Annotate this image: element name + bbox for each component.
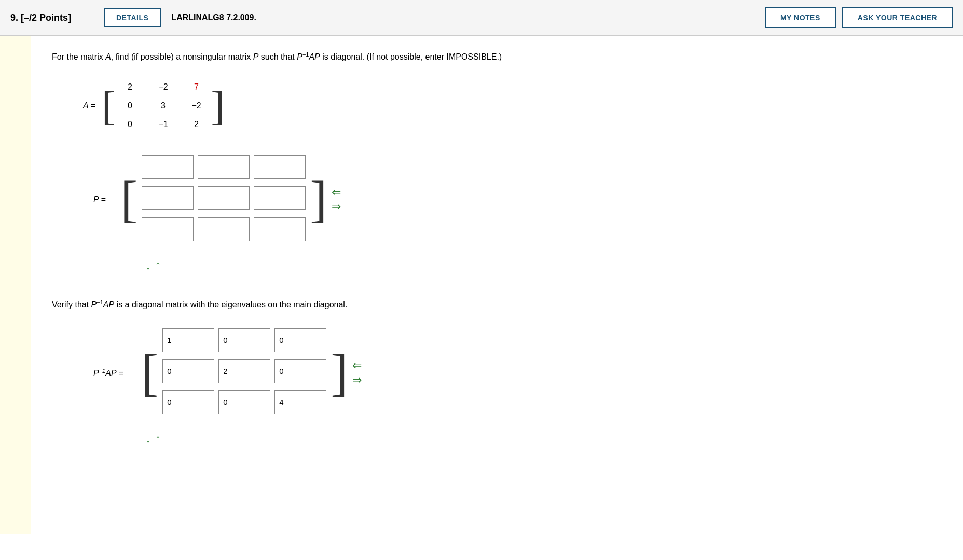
input-R-00[interactable] (162, 328, 214, 352)
details-button[interactable]: DETAILS (104, 8, 161, 27)
arrow-left-P[interactable]: ⇐ (332, 187, 341, 198)
verify-text: Verify that P−1AP is a diagonal matrix w… (52, 298, 942, 312)
main-content: For the matrix A, find (if possible) a n… (31, 36, 963, 534)
arrow-down-P[interactable]: ↓ (145, 259, 151, 272)
input-P-11[interactable] (198, 186, 250, 210)
question-label: 9. [–/2 Points] (10, 12, 93, 23)
input-R-11[interactable] (218, 359, 270, 383)
matrix-result-input-grid (158, 324, 331, 422)
cell-A-11: 3 (153, 101, 174, 110)
matrix-P-input-grid (137, 151, 310, 248)
arrows-right-P: ⇐ ⇒ (332, 187, 341, 213)
my-notes-button[interactable]: MY NOTES (765, 7, 836, 28)
matrix-P-label: P = (93, 195, 114, 204)
input-R-20[interactable] (162, 390, 214, 414)
problem-id: LARLINALG8 7.2.009. (171, 13, 754, 22)
matrix-A-label: A = (83, 101, 95, 110)
input-R-01[interactable] (218, 328, 270, 352)
arrow-left-result[interactable]: ⇐ (352, 360, 362, 371)
matrix-A-bracket: [ 2 −2 7 0 3 −2 0 −1 2 ] (102, 76, 225, 135)
matrix-result-label: P−1AP = (93, 368, 135, 378)
cell-A-22: 2 (186, 120, 207, 129)
cell-A-21: −1 (153, 120, 174, 129)
input-P-10[interactable] (142, 186, 194, 210)
matrix-A-display: A = [ 2 −2 7 0 3 −2 0 −1 2 ] (83, 76, 942, 135)
arrow-down-result[interactable]: ↓ (145, 432, 151, 445)
arrow-right-P[interactable]: ⇒ (332, 201, 341, 213)
input-P-01[interactable] (198, 155, 250, 179)
arrow-up-result[interactable]: ↑ (155, 432, 161, 445)
cell-A-10: 0 (120, 101, 141, 110)
left-bracket-A: [ (102, 85, 116, 127)
input-R-21[interactable] (218, 390, 270, 414)
matrix-P-section: P = [ (93, 151, 942, 248)
header-bar: 9. [–/2 Points] DETAILS LARLINALG8 7.2.0… (0, 0, 963, 36)
input-R-10[interactable] (162, 359, 214, 383)
cell-A-12: −2 (186, 101, 207, 110)
cell-A-02: 7 (186, 82, 207, 92)
cell-A-00: 2 (120, 82, 141, 92)
matrix-A-grid: 2 −2 7 0 3 −2 0 −1 2 (116, 76, 211, 135)
input-P-12[interactable] (254, 186, 306, 210)
input-P-02[interactable] (254, 155, 306, 179)
arrows-right-result: ⇐ ⇒ (352, 360, 362, 386)
arrow-right-result[interactable]: ⇒ (352, 374, 362, 386)
cell-A-20: 0 (120, 120, 141, 129)
right-bracket-result: ] (331, 347, 348, 399)
content-area: For the matrix A, find (if possible) a n… (0, 36, 963, 534)
input-P-21[interactable] (198, 217, 250, 241)
right-bracket-P: ] (310, 174, 327, 226)
matrix-result-section: P−1AP = [ (93, 324, 942, 422)
input-P-00[interactable] (142, 155, 194, 179)
arrows-down-P: ↓ ↑ (145, 259, 942, 272)
left-bracket-result: [ (141, 347, 158, 399)
input-R-22[interactable] (274, 390, 326, 414)
page-container: 9. [–/2 Points] DETAILS LARLINALG8 7.2.0… (0, 0, 963, 560)
problem-description: For the matrix A, find (if possible) a n… (52, 50, 942, 64)
arrow-up-P[interactable]: ↑ (155, 259, 161, 272)
cell-A-01: −2 (153, 82, 174, 92)
input-P-20[interactable] (142, 217, 194, 241)
yellow-sidebar (0, 36, 31, 534)
ask-teacher-button[interactable]: ASK YOUR TEACHER (842, 7, 953, 28)
header-right: MY NOTES ASK YOUR TEACHER (765, 7, 953, 28)
input-R-12[interactable] (274, 359, 326, 383)
input-P-22[interactable] (254, 217, 306, 241)
input-R-02[interactable] (274, 328, 326, 352)
left-bracket-P: [ (120, 174, 137, 226)
right-bracket-A: ] (211, 85, 225, 127)
arrows-down-result: ↓ ↑ (145, 432, 942, 445)
